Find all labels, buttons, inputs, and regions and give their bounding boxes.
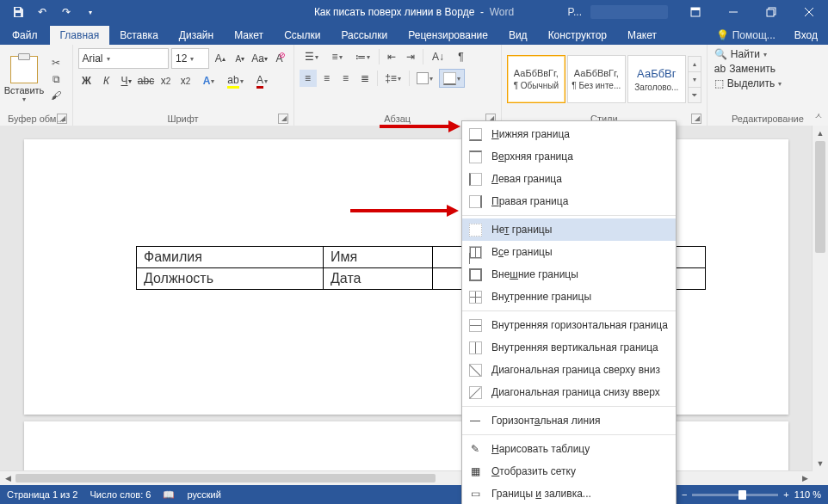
zoom-slider[interactable] xyxy=(692,494,778,496)
paste-button[interactable]: Вставить ▾ xyxy=(3,46,45,112)
table-cell[interactable]: Фамилия xyxy=(137,247,324,268)
tab-insert[interactable]: Вставка xyxy=(109,26,169,45)
styles-dialog-launcher[interactable]: ◢ xyxy=(691,114,701,124)
clear-formatting-icon[interactable]: A⊘ xyxy=(271,50,288,67)
highlight-button[interactable]: ab▾ xyxy=(224,72,248,89)
zoom-in-icon[interactable]: + xyxy=(783,489,788,500)
multilevel-button[interactable]: ≔▾ xyxy=(351,48,375,65)
numbering-button[interactable]: ≡▾ xyxy=(325,48,349,65)
border-bottom-item[interactable]: Нижняя граница xyxy=(462,123,676,145)
border-inside-item[interactable]: Внутренние границы xyxy=(462,286,676,308)
qat-redo-icon[interactable]: ↷ xyxy=(55,2,77,22)
scroll-right-icon[interactable]: ▶ xyxy=(797,474,813,482)
style-heading1[interactable]: АаБбВгЗаголово... xyxy=(627,55,686,103)
table-cell[interactable]: Дата xyxy=(324,268,433,290)
show-marks-icon[interactable]: ¶ xyxy=(453,48,470,65)
tab-developer[interactable]: Конструктор xyxy=(538,26,617,45)
border-all-item[interactable]: Все границы xyxy=(462,241,676,263)
font-name-combo[interactable]: Arial▾ xyxy=(78,48,170,69)
qat-save-icon[interactable] xyxy=(7,2,29,22)
align-right-icon[interactable]: ≡ xyxy=(337,70,355,87)
status-page[interactable]: Страница 1 из 2 xyxy=(7,489,77,500)
increase-indent-icon[interactable]: ⇥ xyxy=(402,48,419,65)
hscroll-thumb[interactable] xyxy=(15,474,436,482)
font-dialog-launcher[interactable]: ◢ xyxy=(278,114,288,124)
status-word-count[interactable]: Число слов: 6 xyxy=(90,489,151,500)
format-painter-icon[interactable]: 🖌 xyxy=(48,89,64,102)
style-no-spacing[interactable]: АаБбВвГг,¶ Без инте... xyxy=(567,55,626,103)
tell-me[interactable]: 💡Помощ... xyxy=(708,29,784,41)
status-spellcheck-icon[interactable]: 📖 xyxy=(163,489,175,501)
tab-home[interactable]: Главная xyxy=(50,26,110,45)
borders-and-shading-item[interactable]: ▭Границы и заливка... xyxy=(462,482,676,504)
align-center-icon[interactable]: ≡ xyxy=(318,70,336,87)
grow-font-icon[interactable]: A▴ xyxy=(212,50,229,67)
border-top-item[interactable]: Верхняя граница xyxy=(462,145,676,168)
table-cell[interactable]: Имя xyxy=(324,247,433,268)
zoom-level[interactable]: 110 % xyxy=(794,489,821,500)
view-gridlines-item[interactable]: ▦Отобразить сетку xyxy=(462,460,676,482)
bold-button[interactable]: Ж xyxy=(78,72,96,89)
collapse-ribbon-icon[interactable]: ㅅ xyxy=(814,110,823,122)
tab-layout-2[interactable]: Макет xyxy=(617,26,667,45)
find-button[interactable]: 🔍Найти ▾ xyxy=(714,48,782,60)
horizontal-scrollbar[interactable]: ◀ ▶ xyxy=(0,470,813,485)
sign-in[interactable]: Вход xyxy=(784,26,828,45)
draw-table-item[interactable]: ✎Нарисовать таблицу xyxy=(462,438,676,460)
tab-layout[interactable]: Макет xyxy=(224,26,274,45)
shrink-font-icon[interactable]: A▾ xyxy=(232,50,249,67)
scroll-left-icon[interactable]: ◀ xyxy=(0,474,15,482)
change-case-icon[interactable]: Aa▾ xyxy=(251,50,269,67)
sort-button[interactable]: A↓ xyxy=(427,48,451,65)
qat-customize-icon[interactable]: ▾ xyxy=(79,2,102,22)
status-language[interactable]: русский xyxy=(187,489,220,500)
scroll-up-icon[interactable]: ▲ xyxy=(813,126,828,141)
tab-mailings[interactable]: Рассылки xyxy=(331,26,398,45)
font-size-combo[interactable]: 12▾ xyxy=(171,48,209,69)
table-cell[interactable]: Должность xyxy=(137,268,324,290)
border-none-item[interactable]: Нет границы xyxy=(462,218,676,241)
text-effects-button[interactable]: A▾ xyxy=(197,72,221,89)
bullets-button[interactable]: ☰▾ xyxy=(300,48,324,65)
copy-icon[interactable]: ⧉ xyxy=(48,72,64,86)
tab-review[interactable]: Рецензирование xyxy=(398,26,498,45)
border-outside-item[interactable]: Внешние границы xyxy=(462,263,676,286)
superscript-button[interactable]: x2 xyxy=(177,72,195,89)
align-left-icon[interactable]: ≡ xyxy=(300,70,317,87)
subscript-button[interactable]: x2 xyxy=(158,72,175,89)
zoom-out-icon[interactable]: − xyxy=(682,489,687,500)
tab-design[interactable]: Дизайн xyxy=(169,26,224,45)
border-right-item[interactable]: Правая граница xyxy=(462,190,676,212)
border-inside-v-item[interactable]: Внутренняя вертикальная граница xyxy=(462,336,676,359)
border-diag-up-item[interactable]: Диагональная граница снизу вверх xyxy=(462,381,676,403)
border-diag-down-item[interactable]: Диагональная граница сверху вниз xyxy=(462,359,676,381)
styles-gallery-more[interactable]: ▴▾⏷ xyxy=(688,56,701,103)
close-icon[interactable] xyxy=(790,0,828,24)
border-left-item[interactable]: Левая граница xyxy=(462,168,676,190)
justify-icon[interactable]: ≣ xyxy=(356,70,374,87)
select-button[interactable]: ⬚Выделить▾ xyxy=(714,77,782,89)
scroll-thumb[interactable] xyxy=(815,141,825,253)
style-normal[interactable]: АаБбВвГг,¶ Обычный xyxy=(507,55,565,103)
replace-button[interactable]: abЗаменить xyxy=(714,63,782,75)
qat-undo-icon[interactable]: ↶ xyxy=(31,2,53,22)
decrease-indent-icon[interactable]: ⇤ xyxy=(383,48,400,65)
scroll-down-icon[interactable]: ▼ xyxy=(813,456,828,471)
clipboard-dialog-launcher[interactable]: ◢ xyxy=(57,114,67,124)
horizontal-line-item[interactable]: —Горизонтальная линия xyxy=(462,409,676,432)
line-spacing-button[interactable]: ‡≡▾ xyxy=(381,70,405,87)
tab-view[interactable]: Вид xyxy=(498,26,538,45)
font-color-button[interactable]: A▾ xyxy=(250,72,275,89)
restore-icon[interactable] xyxy=(752,0,790,24)
shading-button[interactable]: ▾ xyxy=(413,70,437,87)
underline-button[interactable]: Ч▾ xyxy=(118,72,135,89)
strikethrough-button[interactable]: abc xyxy=(138,72,155,89)
italic-button[interactable]: К xyxy=(98,72,115,89)
vertical-scrollbar[interactable]: ▲ ▼ xyxy=(812,126,828,485)
border-inside-h-item[interactable]: Внутренняя горизонтальная граница xyxy=(462,314,676,336)
tab-file[interactable]: Файл xyxy=(0,26,50,45)
borders-button[interactable]: ▾ xyxy=(439,69,465,88)
minimize-icon[interactable] xyxy=(714,0,752,24)
ribbon-display-options-icon[interactable] xyxy=(677,0,714,24)
cut-icon[interactable]: ✂ xyxy=(48,56,64,70)
